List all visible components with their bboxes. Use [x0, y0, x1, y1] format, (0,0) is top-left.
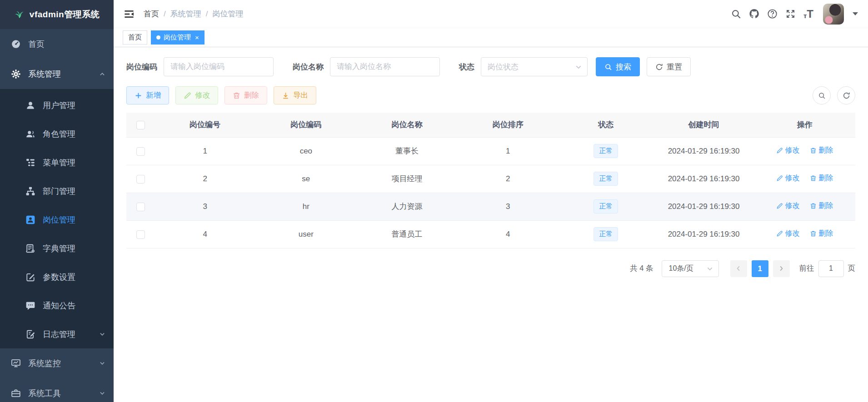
breadcrumb-system-mgmt[interactable]: 系统管理	[170, 9, 201, 19]
row-edit-link[interactable]: 修改	[776, 174, 799, 183]
sidebar-item-system-mgmt[interactable]: 系统管理	[0, 59, 114, 89]
page-number-1[interactable]: 1	[752, 260, 768, 277]
cell-created: 2024-01-29 16:19:30	[653, 137, 754, 165]
app-title: vfadmin管理系统	[30, 9, 100, 20]
row-edit-link[interactable]: 修改	[776, 201, 799, 211]
reset-button[interactable]: 重置	[647, 57, 691, 76]
trash-icon	[233, 92, 240, 99]
row-edit-link[interactable]: 修改	[776, 146, 799, 155]
delete-button[interactable]: 删除	[224, 86, 267, 104]
refresh-table-button[interactable]	[837, 86, 855, 104]
row-edit-link[interactable]: 修改	[776, 229, 799, 238]
breadcrumb-separator: /	[206, 10, 208, 19]
row-edit-label: 修改	[785, 146, 799, 155]
row-delete-label: 删除	[818, 229, 833, 238]
row-delete-link[interactable]: 删除	[810, 146, 833, 155]
table-header-row: 岗位编号 岗位编码 岗位名称 岗位排序 状态 创建时间 操作	[126, 113, 855, 137]
edit-button[interactable]: 修改	[175, 86, 218, 104]
next-page-button[interactable]	[773, 260, 790, 277]
sidebar-item-dict-mgmt[interactable]: 字典管理	[0, 234, 114, 263]
trash-icon	[810, 175, 817, 182]
tab-home[interactable]: 首页	[123, 30, 147, 45]
row-delete-link[interactable]: 删除	[810, 229, 833, 238]
post-code-label: 岗位编码	[126, 62, 157, 72]
select-all-checkbox[interactable]	[136, 121, 145, 129]
cell-post-sort: 2	[458, 165, 559, 193]
user-icon	[25, 100, 35, 110]
show-search-toggle-button[interactable]	[813, 86, 831, 104]
add-button[interactable]: 新增	[126, 86, 169, 104]
row-checkbox[interactable]	[136, 147, 145, 156]
sidebar-item-user-mgmt[interactable]: 用户管理	[0, 91, 114, 119]
log-pencil-icon	[25, 329, 35, 339]
row-checkbox[interactable]	[136, 230, 145, 239]
export-button-label: 导出	[293, 90, 308, 100]
github-icon[interactable]	[749, 9, 759, 19]
status-badge: 正常	[594, 172, 618, 186]
sidebar-item-system-monitor[interactable]: 系统监控	[0, 348, 114, 378]
cell-post-id: 1	[155, 137, 255, 165]
fullscreen-icon[interactable]	[785, 9, 796, 19]
content: 岗位编码 岗位名称 状态 岗位状态	[114, 47, 868, 402]
sidebar-fold-icon[interactable]	[124, 9, 135, 20]
briefcase-icon	[11, 388, 21, 398]
goto-page-input[interactable]	[818, 260, 844, 277]
col-created: 创建时间	[653, 113, 754, 137]
row-delete-link[interactable]: 删除	[810, 201, 833, 211]
table-row: 3 hr 人力资源 3 正常 2024-01-29 16:19:30 修改	[126, 193, 855, 220]
plus-icon	[135, 92, 142, 99]
cell-created: 2024-01-29 16:19:30	[653, 193, 754, 220]
refresh-icon	[843, 92, 850, 99]
row-delete-link[interactable]: 删除	[810, 174, 833, 183]
cell-created: 2024-01-29 16:19:30	[653, 220, 754, 248]
search-icon[interactable]	[731, 9, 741, 19]
filter-status: 状态 岗位状态	[459, 57, 588, 76]
sidebar-menu: 首页 系统管理	[0, 29, 114, 402]
tab-post-mgmt[interactable]: 岗位管理 ×	[151, 30, 205, 45]
tab-active-dot	[156, 35, 160, 40]
row-checkbox[interactable]	[136, 203, 145, 211]
sidebar-item-role-mgmt[interactable]: 角色管理	[0, 119, 114, 148]
cell-post-sort: 3	[458, 193, 559, 220]
sidebar-item-notice[interactable]: 通知公告	[0, 291, 114, 320]
sidebar-item-label: 系统工具	[28, 388, 61, 399]
pencil-icon	[776, 230, 783, 237]
cell-post-id: 2	[155, 165, 255, 193]
tab-close-icon[interactable]: ×	[195, 34, 199, 41]
trash-icon	[810, 230, 817, 237]
cell-created: 2024-01-29 16:19:30	[653, 165, 754, 193]
navbar: 首页 / 系统管理 / 岗位管理	[114, 0, 868, 28]
sidebar-item-home[interactable]: 首页	[0, 29, 114, 59]
page-size-select[interactable]: 10条/页	[662, 260, 719, 277]
export-button[interactable]: 导出	[274, 86, 316, 104]
col-status: 状态	[559, 113, 653, 137]
sidebar-item-post-mgmt[interactable]: 岗位管理	[0, 205, 114, 234]
font-size-small-glyph: т	[803, 12, 807, 20]
row-checkbox[interactable]	[136, 175, 145, 184]
post-code-input[interactable]	[164, 57, 274, 76]
dashboard-icon	[11, 39, 21, 49]
sidebar-item-param-settings[interactable]: 参数设置	[0, 263, 114, 291]
col-actions: 操作	[754, 113, 855, 137]
prev-page-button[interactable]	[730, 260, 747, 277]
sidebar-item-label: 部门管理	[43, 186, 75, 197]
sidebar-item-dept-mgmt[interactable]: 部门管理	[0, 177, 114, 205]
post-name-input[interactable]	[330, 57, 440, 76]
col-post-sort: 岗位排序	[458, 113, 559, 137]
avatar[interactable]	[823, 4, 844, 25]
sidebar-item-system-tools[interactable]: 系统工具	[0, 378, 114, 402]
app-logo[interactable]: vfadmin管理系统	[0, 0, 114, 29]
breadcrumb-home[interactable]: 首页	[144, 9, 159, 19]
posts-table: 岗位编号 岗位编码 岗位名称 岗位排序 状态 创建时间 操作 1 ceo 董事	[126, 113, 855, 248]
chevron-left-icon	[735, 265, 742, 272]
status-select[interactable]: 岗位状态	[481, 57, 588, 76]
sidebar-item-log-mgmt[interactable]: 日志管理	[0, 320, 114, 348]
caret-down-icon[interactable]	[853, 12, 858, 15]
sidebar-item-menu-mgmt[interactable]: 菜单管理	[0, 148, 114, 177]
font-size-icon[interactable]: тT	[803, 9, 813, 20]
row-delete-label: 删除	[818, 174, 833, 183]
navbar-right: тT	[731, 4, 858, 25]
search-button[interactable]: 搜索	[596, 57, 640, 76]
cell-post-code: ceo	[255, 137, 356, 165]
help-icon[interactable]	[767, 9, 778, 19]
